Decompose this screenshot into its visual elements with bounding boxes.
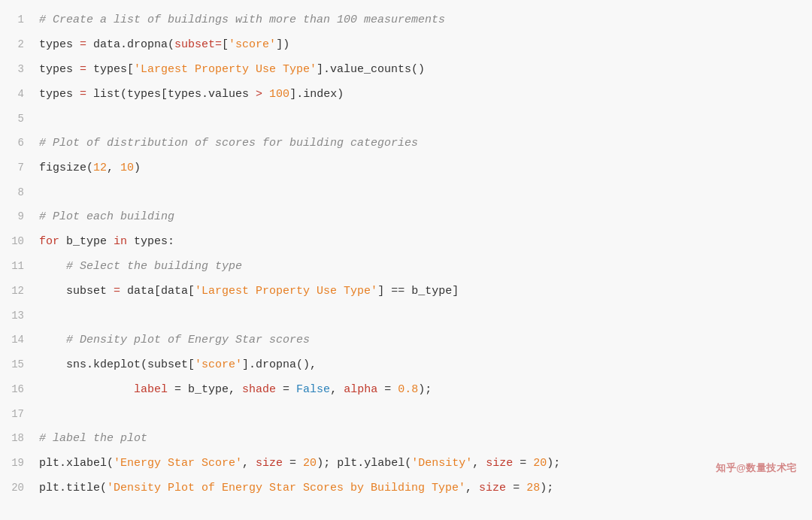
line-content: types = data.dropna(subset=['score']) [36, 33, 812, 57]
token: , [330, 383, 344, 396]
token: # label the plot [39, 432, 147, 445]
token: types: [127, 235, 174, 248]
code-line: 3types = types['Largest Property Use Typ… [0, 57, 812, 82]
line-number: 15 [0, 352, 36, 376]
token: size [486, 457, 513, 470]
token: , [465, 482, 479, 494]
line-number: 17 [0, 402, 36, 426]
line-number: 2 [0, 32, 36, 56]
token: = [80, 63, 86, 76]
token: # Select the building type [39, 260, 242, 273]
token: = [506, 482, 526, 494]
line-content: label = b_type, shade = False, alpha = 0… [36, 378, 812, 402]
token: 100 [269, 88, 289, 101]
token: = [513, 457, 533, 470]
token: 'score' [229, 38, 276, 51]
token: ); [540, 482, 553, 494]
token: , [472, 457, 486, 470]
token: list(types[types.values [86, 88, 256, 101]
token: ); plt.ylabel( [317, 457, 411, 470]
token: ].value_counts() [317, 63, 425, 76]
token: types[ [86, 63, 134, 76]
token: 20 [533, 457, 547, 470]
token: ); [418, 383, 432, 396]
line-number: 11 [0, 254, 36, 278]
line-content: # label the plot [36, 427, 812, 451]
code-line: 12 subset = data[data['Largest Property … [0, 279, 812, 304]
token: = [215, 38, 222, 51]
token: ].dropna(), [242, 358, 317, 371]
line-number: 8 [0, 180, 36, 204]
code-line: 15 sns.kdeplot(subset['score'].dropna(), [0, 352, 812, 377]
token: sns.kdeplot(subset[ [39, 358, 195, 371]
token: ); [547, 457, 560, 470]
code-line: 1# Create a list of buildings with more … [0, 8, 812, 32]
token: # Density plot of Energy Star scores [39, 334, 310, 346]
code-line: 2types = data.dropna(subset=['score']) [0, 32, 812, 57]
token: data.dropna( [86, 38, 174, 51]
line-number: 6 [0, 131, 36, 155]
line-content: types = list(types[types.values > 100].i… [36, 83, 812, 107]
line-content: sns.kdeplot(subset['score'].dropna(), [36, 353, 812, 377]
code-editor: 1# Create a list of buildings with more … [0, 0, 812, 520]
token [262, 88, 269, 101]
token: = [377, 383, 398, 396]
line-content: plt.xlabel('Energy Star Score', size = 2… [36, 452, 812, 476]
token: figsize( [39, 162, 93, 174]
token: shade [242, 383, 276, 396]
token: subset [174, 38, 215, 51]
token: [ [222, 38, 229, 51]
token: label [134, 383, 168, 396]
line-number: 12 [0, 279, 36, 303]
line-content: # Density plot of Energy Star scores [36, 328, 812, 352]
code-line: 9# Plot each building [0, 204, 812, 229]
token: b_type [59, 235, 114, 248]
token: # Plot each building [39, 210, 174, 223]
line-content: figsize(12, 10) [36, 156, 812, 180]
line-number: 9 [0, 204, 36, 228]
token: 28 [526, 482, 540, 494]
code-line: 11 # Select the building type [0, 254, 812, 279]
token: # Plot of distribution of scores for bui… [39, 137, 418, 150]
token: in [114, 235, 127, 248]
code-line: 10for b_type in types: [0, 229, 812, 254]
token: 12 [93, 162, 107, 174]
line-content: # Plot of distribution of scores for bui… [36, 132, 812, 156]
token [39, 383, 134, 396]
code-line: 17 [0, 402, 812, 426]
line-number: 18 [0, 426, 36, 450]
line-number: 7 [0, 156, 36, 180]
line-number: 3 [0, 57, 36, 81]
line-number: 5 [0, 107, 36, 131]
code-line: 20plt.title('Density Plot of Energy Star… [0, 476, 812, 500]
line-content: for b_type in types: [36, 230, 812, 254]
line-content: # Create a list of buildings with more t… [36, 8, 812, 32]
line-content: # Plot each building [36, 205, 812, 229]
token: = [80, 38, 86, 51]
line-number: 1 [0, 8, 36, 32]
token: 20 [303, 457, 317, 470]
code-line: 5 [0, 107, 812, 131]
token: for [39, 235, 59, 248]
token: ) [134, 162, 141, 174]
token: types [39, 38, 80, 51]
token: 'Energy Star Score' [114, 457, 242, 470]
token: # Create a list of buildings with more t… [39, 14, 445, 26]
token: plt.xlabel( [39, 457, 114, 470]
token: 'Largest Property Use Type' [134, 63, 317, 76]
line-content: types = types['Largest Property Use Type… [36, 58, 812, 82]
token: 'Density Plot of Energy Star Scores by B… [107, 482, 465, 494]
code-line: 8 [0, 180, 812, 204]
token: data[data[ [120, 285, 195, 298]
code-line: 7figsize(12, 10) [0, 156, 812, 180]
code-line: 6# Plot of distribution of scores for bu… [0, 131, 812, 156]
token: subset [39, 285, 114, 298]
code-line: 13 [0, 304, 812, 328]
code-line: 19plt.xlabel('Energy Star Score', size =… [0, 451, 812, 476]
line-number: 16 [0, 377, 36, 401]
token: = [114, 285, 120, 298]
token: types [39, 63, 80, 76]
token: 'score' [195, 358, 242, 371]
token: 10 [120, 162, 134, 174]
line-content: subset = data[data['Largest Property Use… [36, 280, 812, 304]
